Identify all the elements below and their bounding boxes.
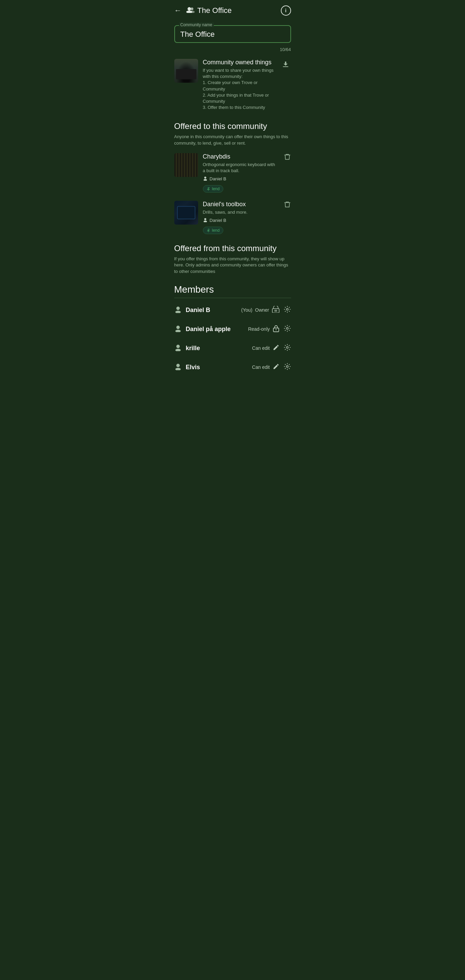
svg-point-13	[286, 308, 288, 310]
svg-point-17	[275, 329, 276, 330]
svg-point-19	[176, 345, 180, 348]
char-count: 10/64	[169, 46, 296, 55]
svg-point-23	[175, 368, 181, 370]
members-title: Members	[174, 284, 291, 295]
toolbox-thumbnail	[174, 201, 198, 224]
member-role-elvis: Can edit	[252, 363, 279, 372]
member-avatar-elvis	[174, 363, 182, 372]
charybdis-description: Orthogonal ergonomic keyboard with a bui…	[203, 162, 279, 174]
svg-point-8	[204, 221, 207, 222]
member-role-label-daniel-b: (You) Owner	[241, 307, 269, 313]
toolbox-title: Daniel's toolbox	[203, 201, 279, 208]
member-settings-daniel-apple[interactable]	[283, 325, 291, 334]
charybdis-title: Charybdis	[203, 153, 279, 160]
community-owned-title: Community owned things	[203, 59, 275, 66]
toolbox-delete-icon[interactable]	[283, 201, 291, 210]
member-row: Elvis Can edit	[174, 358, 291, 377]
community-name-section: Community name The Office	[169, 20, 296, 46]
svg-rect-4	[283, 66, 288, 67]
member-role-label-krille: Can edit	[252, 345, 270, 351]
member-row: Daniel B (You) Owner	[174, 301, 291, 320]
toolbox-owner: Daniel B	[203, 218, 279, 223]
member-avatar-krille	[174, 344, 182, 353]
member-name-daniel-apple: Daniel på apple	[186, 326, 244, 333]
charybdis-item: Charybdis Orthogonal ergonomic keyboard …	[169, 149, 296, 197]
members-section: Members Daniel B (You) Owner Daniel på a…	[169, 277, 296, 380]
member-avatar-daniel-apple	[174, 325, 182, 334]
member-settings-daniel-b[interactable]	[283, 305, 291, 315]
charybdis-thumbnail	[174, 153, 198, 177]
charybdis-owner: Daniel B	[203, 176, 279, 182]
read-only-icon	[273, 325, 279, 334]
svg-point-1	[191, 8, 193, 10]
svg-point-7	[204, 218, 206, 220]
person-icon	[203, 176, 208, 182]
svg-point-0	[188, 7, 191, 11]
member-name-krille: krille	[186, 345, 248, 352]
offered-from-description: If you offer things from this community,…	[174, 256, 291, 275]
community-owned-item: Community owned things If you want to sh…	[169, 55, 296, 116]
can-edit-icon-elvis	[273, 363, 279, 372]
group-icon	[186, 6, 195, 15]
member-settings-krille[interactable]	[283, 344, 291, 353]
svg-point-22	[176, 364, 180, 367]
charybdis-lend-badge: lend	[203, 185, 224, 192]
offered-to-section: Offered to this community Anyone in this…	[169, 116, 296, 149]
community-owned-content: Community owned things If you want to sh…	[203, 59, 275, 112]
back-button[interactable]: ←	[174, 6, 182, 15]
toolbox-content: Daniel's toolbox Drills, saws, and more.…	[203, 201, 279, 234]
member-row: Daniel på apple Read-only	[174, 320, 291, 339]
community-name-label: Community name	[179, 22, 214, 27]
svg-point-5	[204, 177, 206, 179]
member-role-label-elvis: Can edit	[252, 364, 270, 370]
toolbox-item: Daniel's toolbox Drills, saws, and more.…	[169, 197, 296, 238]
toolbox-owner-name: Daniel B	[210, 218, 226, 223]
toolbox-lend-badge: lend	[203, 227, 224, 234]
charybdis-delete-icon[interactable]	[283, 153, 291, 162]
svg-point-14	[176, 326, 180, 329]
member-role-daniel-b: (You) Owner	[241, 306, 279, 314]
member-role-krille: Can edit	[252, 344, 279, 353]
charybdis-owner-name: Daniel B	[210, 176, 226, 181]
members-divider	[174, 298, 291, 298]
svg-point-15	[175, 330, 181, 332]
svg-point-18	[286, 327, 288, 329]
svg-point-20	[175, 349, 181, 351]
community-name-input-wrapper[interactable]: Community name The Office	[174, 25, 291, 43]
offered-to-description: Anyone in this community can offer their…	[174, 134, 291, 146]
charybdis-content: Charybdis Orthogonal ergonomic keyboard …	[203, 153, 279, 192]
member-row: krille Can edit	[174, 339, 291, 358]
owner-icon	[272, 306, 279, 314]
svg-rect-12	[274, 310, 277, 312]
svg-point-10	[175, 311, 181, 313]
app-header: ← The Office i	[169, 0, 296, 20]
svg-point-24	[286, 366, 288, 368]
info-button[interactable]: i	[281, 5, 291, 16]
community-owned-description: If you want to share your own things wit…	[203, 67, 275, 111]
offered-to-title: Offered to this community	[174, 121, 291, 131]
member-role-daniel-apple: Read-only	[248, 325, 279, 334]
can-edit-icon-krille	[273, 344, 279, 353]
member-name-elvis: Elvis	[186, 364, 248, 371]
community-name-value: The Office	[180, 30, 285, 39]
member-settings-elvis[interactable]	[283, 363, 291, 372]
offered-from-title: Offered from this community	[174, 243, 291, 253]
member-role-label-daniel-apple: Read-only	[248, 326, 270, 332]
svg-point-21	[286, 347, 288, 348]
svg-point-9	[176, 307, 180, 310]
member-avatar-daniel-b	[174, 305, 182, 315]
member-name-daniel-b: Daniel B	[186, 307, 237, 314]
svg-point-6	[204, 179, 207, 181]
toolbox-person-icon	[203, 218, 208, 223]
page-title: The Office	[197, 6, 281, 15]
community-owned-download-icon[interactable]	[280, 59, 291, 72]
community-owned-thumbnail	[174, 59, 198, 83]
toolbox-description: Drills, saws, and more.	[203, 209, 279, 215]
offered-from-section: Offered from this community If you offer…	[169, 238, 296, 277]
